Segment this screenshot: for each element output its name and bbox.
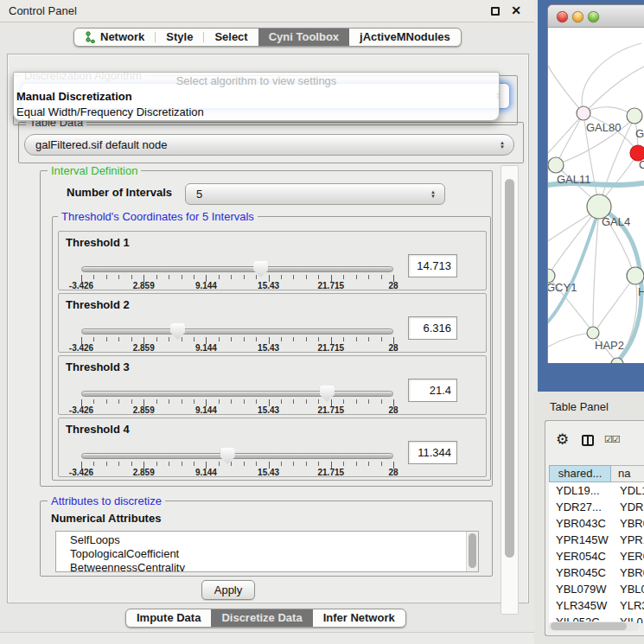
tab-jactivemnodules[interactable]: jActiveMNodules [349, 29, 461, 46]
table-row[interactable]: YLR345WYLR3 [549, 597, 644, 614]
tab-cyni-toolbox[interactable]: Cyni Toolbox [258, 29, 349, 46]
slider-tick-label: 15.43 [258, 468, 279, 477]
panel-vertical-scrollbar[interactable] [501, 165, 519, 615]
tab-network-label: Network [100, 29, 144, 46]
attributes-to-discretize-label: Attributes to discretize [48, 494, 165, 507]
node-table: shared... na YDL19...YDL1YDR27...YDR2YBR… [549, 465, 644, 623]
column-header-shared-name[interactable]: shared... [549, 465, 611, 482]
node-h[interactable] [627, 267, 644, 284]
cell-name: YER0 [611, 548, 644, 564]
tab-select[interactable]: Select [204, 29, 258, 46]
slider-tick-label: 2.859 [133, 343, 155, 353]
popup-option-equal-width-frequency[interactable]: Equal Width/Frequency Discretization [14, 105, 499, 120]
network-canvas[interactable]: GAL80 GA C GAL11 GAL4 GCY1 H HAP2 [548, 28, 644, 363]
tab-discretize-data[interactable]: Discretize Data [211, 609, 312, 627]
slider-tick-label: 2.859 [133, 405, 155, 415]
node-gal80[interactable] [577, 106, 590, 120]
slider-tick-label: 28 [388, 468, 398, 477]
table-row[interactable]: YBR043CYBR0 [549, 515, 644, 532]
table-data-combobox-value: galFiltered.sif default node [35, 135, 167, 156]
column-header-name[interactable]: na [611, 465, 644, 482]
close-traffic-light[interactable] [557, 11, 568, 22]
table-row[interactable]: YBL079WYBL0 [549, 581, 644, 597]
table-row[interactable]: YBR045CYBR0 [549, 564, 644, 581]
table-row[interactable]: YDL19...YDL1 [549, 482, 644, 499]
slider-tick-label: -3.426 [69, 405, 93, 415]
table-panel-area: Table Panel ⚙ ☑☑ shared... na YDL19...YD… [534, 392, 644, 644]
cell-name: YDL1 [611, 482, 644, 499]
threshold-label: Threshold 1 [66, 236, 130, 249]
columns-icon[interactable] [582, 435, 594, 446]
slider-tick-label: 15.43 [258, 281, 279, 290]
attribute-list-item[interactable]: TopologicalCoefficient [56, 547, 478, 561]
attribute-list-item[interactable]: SelfLoops [56, 533, 478, 547]
tab-impute-data[interactable]: Impute Data [126, 609, 211, 627]
cyni-toolbox-panel: Discretization Algorithm ▲▼ Select algor… [7, 54, 529, 603]
threshold-slider-track[interactable] [81, 328, 393, 335]
network-window-titlebar[interactable] [548, 5, 644, 28]
attribute-list-item[interactable]: BetweennessCentrality [56, 561, 478, 572]
table-horizontal-scrollbar[interactable] [549, 622, 639, 631]
cell-shared-name: YER054C [549, 548, 611, 564]
label-gal4: GAL4 [602, 215, 630, 228]
threshold-panel: Threshold 2-3.4262.8599.14415.4321.71528… [58, 293, 487, 353]
node-ga[interactable] [627, 108, 642, 124]
slider-tick-label: 2.859 [133, 281, 155, 290]
slider-tick-label: 21.715 [318, 405, 345, 415]
tab-network[interactable]: Network [74, 29, 155, 46]
table-rows: YDL19...YDL1YDR27...YDR2YBR043CYBR0YPR14… [549, 482, 644, 623]
table-data-combobox[interactable]: galFiltered.sif default node ▲▼ [24, 134, 514, 156]
bottom-tab-bar: Impute Data Discretize Data Infer Networ… [125, 609, 406, 628]
close-icon[interactable]: ✕ [511, 3, 521, 17]
float-window-icon[interactable] [491, 7, 500, 16]
panel-title: Control Panel [9, 0, 77, 22]
threshold-value-field[interactable]: 14.713 [408, 254, 457, 277]
table-row[interactable]: YPR145WYPR1 [549, 532, 644, 548]
zoom-traffic-light[interactable] [588, 11, 599, 22]
apply-button[interactable]: Apply [201, 580, 255, 600]
threshold-panel: Threshold 4-3.4262.8599.14415.4321.71528… [58, 418, 487, 477]
tab-impute-data-label: Impute Data [137, 609, 201, 627]
table-panel-title: Table Panel [550, 400, 609, 413]
numerical-attributes-list[interactable]: SelfLoopsTopologicalCoefficientBetweenne… [55, 531, 479, 572]
table-data-group: Table Data galFiltered.sif default node … [18, 122, 524, 163]
tab-style[interactable]: Style [156, 29, 203, 46]
threshold-label: Threshold 2 [66, 298, 130, 311]
table-row[interactable]: YDR27...YDR2 [549, 499, 644, 515]
table-row[interactable]: YER054CYER0 [549, 548, 644, 564]
threshold-coordinates-label: Threshold's Coordinates for 5 Intervals [58, 210, 258, 223]
slider-tick-label: 28 [388, 343, 398, 353]
cell-shared-name: YDL19... [549, 482, 611, 499]
slider-tick-label: 9.144 [195, 281, 217, 290]
checkbox-icons[interactable]: ☑☑ [604, 434, 620, 445]
top-tab-bar: Network Style Select Cyni Toolbox jActiv… [73, 28, 462, 47]
combo-arrows-icon: ▲▼ [500, 141, 505, 150]
threshold-value-field[interactable]: 11.344 [408, 441, 457, 464]
tab-infer-network[interactable]: Infer Network [313, 609, 405, 627]
minimize-traffic-light[interactable] [572, 11, 583, 22]
threshold-slider-track[interactable] [81, 453, 393, 459]
tab-infer-network-label: Infer Network [323, 609, 395, 627]
slider-tick-label: 21.715 [318, 468, 345, 477]
slider-tick-label: 21.715 [318, 343, 345, 353]
threshold-slider-track[interactable] [81, 391, 393, 397]
cell-shared-name: YBL079W [549, 581, 611, 597]
threshold-label: Threshold 4 [66, 423, 130, 436]
threshold-value-field[interactable]: 21.4 [408, 379, 457, 402]
tab-style-label: Style [166, 29, 193, 46]
number-of-intervals-combobox[interactable]: 5 ▲▼ [185, 183, 445, 205]
popup-option-manual-discretization[interactable]: Manual Discretization [14, 89, 499, 105]
number-of-intervals-value: 5 [196, 184, 202, 205]
attributes-list-scrollbar[interactable] [466, 532, 478, 571]
threshold-value-field[interactable]: 6.316 [408, 316, 457, 340]
label-h: H [638, 285, 644, 298]
numerical-attributes-label: Numerical Attributes [51, 512, 161, 525]
threshold-slider-track[interactable] [81, 266, 393, 272]
node-hap2[interactable] [587, 327, 599, 339]
cell-name: YLR3 [611, 597, 644, 614]
gear-icon[interactable]: ⚙ [556, 432, 569, 447]
slider-major-ticks [81, 275, 394, 282]
node-gal11[interactable] [548, 157, 564, 173]
tab-discretize-data-label: Discretize Data [221, 609, 302, 627]
slider-tick-label: 28 [388, 281, 398, 290]
